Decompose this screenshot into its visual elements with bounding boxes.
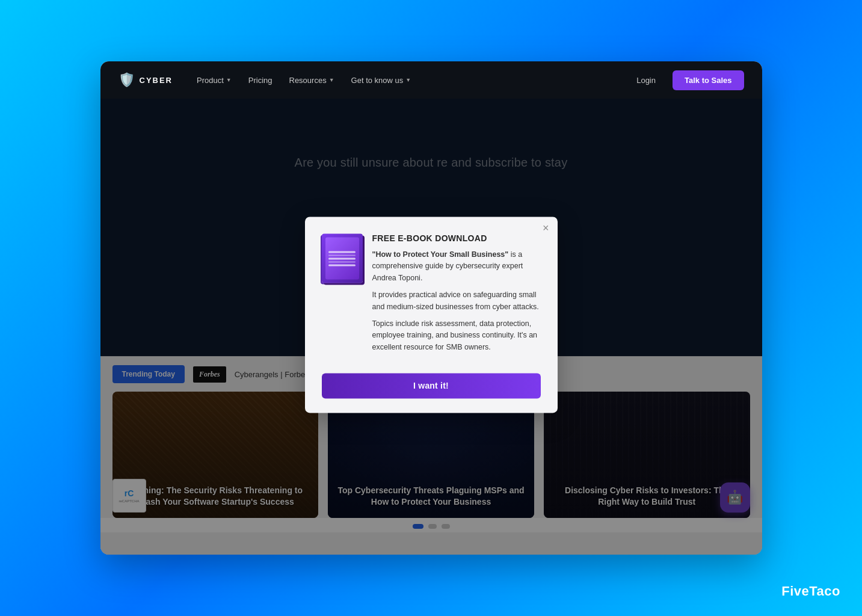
talk-to-sales-button[interactable]: Talk to Sales (673, 70, 744, 90)
nav-get-to-know[interactable]: Get to know us ▼ (351, 76, 411, 85)
get-to-know-arrow-icon: ▼ (405, 77, 411, 83)
resources-arrow-icon: ▼ (329, 77, 334, 83)
nav-login-button[interactable]: Login (636, 76, 656, 85)
logo-area: 🛡️ CYBER (119, 72, 173, 88)
modal-cta-button[interactable]: I want it! (322, 373, 541, 398)
navbar: 🛡️ CYBER Product ▼ Pricing Resources ▼ G… (100, 61, 762, 99)
modal-title: FREE E-BOOK DOWNLOAD (372, 233, 541, 243)
modal-desc-1: "How to Protect Your Small Business" is … (372, 249, 541, 284)
nav-product[interactable]: Product ▼ (197, 76, 232, 85)
nav-pricing[interactable]: Pricing (248, 76, 272, 85)
modal-desc-2: It provides practical advice on safeguar… (372, 290, 541, 313)
ebook-modal: × FREE E-BOOK DOWNLOAD "How to Prot (305, 217, 558, 413)
product-arrow-icon: ▼ (226, 77, 232, 83)
modal-header: FREE E-BOOK DOWNLOAD "How to Protect You… (322, 233, 541, 359)
ebook-cover (322, 233, 363, 283)
logo-icon: 🛡️ (119, 72, 135, 88)
main-content: Are you still unsure about re and subscr… (100, 99, 762, 555)
modal-close-button[interactable]: × (543, 223, 549, 233)
browser-window: 🛡️ CYBER Product ▼ Pricing Resources ▼ G… (100, 61, 762, 555)
modal-text-area: FREE E-BOOK DOWNLOAD "How to Protect You… (372, 233, 541, 359)
modal-desc-3: Topics include risk assessment, data pro… (372, 318, 541, 353)
logo-text: CYBER (140, 76, 173, 85)
nav-resources[interactable]: Resources ▼ (289, 76, 334, 85)
fivetaco-watermark: FiveTaco (781, 584, 840, 599)
